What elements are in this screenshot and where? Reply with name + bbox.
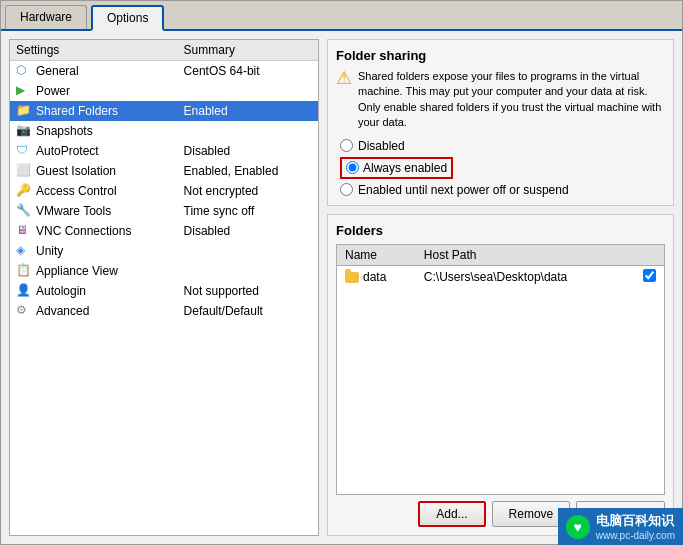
label-power: Power	[36, 84, 70, 98]
watermark-text: 电脑百科知识 www.pc-daily.com	[596, 512, 675, 541]
settings-row-general[interactable]: ⬡ General CentOS 64-bit	[10, 61, 318, 82]
label-vmware-tools: VMware Tools	[36, 204, 111, 218]
settings-row-autoprotect[interactable]: 🛡 AutoProtect Disabled	[10, 141, 318, 161]
icon-autoprotect: 🛡	[16, 143, 32, 159]
summary-vmware-tools: Time sync off	[178, 201, 318, 221]
settings-name-snapshots: 📷 Snapshots	[10, 121, 178, 141]
col-settings-header: Settings	[10, 40, 178, 61]
settings-name-power: ▶ Power	[10, 81, 178, 101]
settings-name-vnc-connections: 🖥 VNC Connections	[10, 221, 178, 241]
icon-vnc-connections: 🖥	[16, 223, 32, 239]
icon-power: ▶	[16, 83, 32, 99]
settings-table: Settings Summary ⬡ General CentOS 64-bit…	[10, 40, 318, 321]
watermark-logo: ♥	[566, 515, 590, 539]
radio-disabled[interactable]: Disabled	[340, 139, 665, 153]
watermark-url: www.pc-daily.com	[596, 530, 675, 541]
label-snapshots: Snapshots	[36, 124, 93, 138]
icon-advanced: ⚙	[16, 303, 32, 319]
settings-row-access-control[interactable]: 🔑 Access Control Not encrypted	[10, 181, 318, 201]
radio-until-input[interactable]	[340, 183, 353, 196]
settings-name-vmware-tools: 🔧 VMware Tools	[10, 201, 178, 221]
col-enabled-header	[635, 245, 664, 266]
radio-always-label: Always enabled	[363, 161, 447, 175]
tab-bar: Hardware Options	[1, 1, 682, 31]
icon-appliance-view: 📋	[16, 263, 32, 279]
radio-until-label: Enabled until next power off or suspend	[358, 183, 569, 197]
settings-row-vmware-tools[interactable]: 🔧 VMware Tools Time sync off	[10, 201, 318, 221]
folders-title: Folders	[336, 223, 665, 238]
icon-access-control: 🔑	[16, 183, 32, 199]
icon-unity: ◈	[16, 243, 32, 259]
settings-row-unity[interactable]: ◈ Unity	[10, 241, 318, 261]
settings-name-advanced: ⚙ Advanced	[10, 301, 178, 321]
icon-autologin: 👤	[16, 283, 32, 299]
summary-snapshots	[178, 121, 318, 141]
window: Hardware Options Settings Summary ⬡ Gene…	[0, 0, 683, 545]
settings-name-appliance-view: 📋 Appliance View	[10, 261, 178, 281]
watermark-bar: ♥ 电脑百科知识 www.pc-daily.com	[558, 508, 683, 545]
settings-row-snapshots[interactable]: 📷 Snapshots	[10, 121, 318, 141]
radio-until[interactable]: Enabled until next power off or suspend	[340, 183, 665, 197]
settings-row-shared-folders[interactable]: 📁 Shared Folders Enabled	[10, 101, 318, 121]
settings-name-unity: ◈ Unity	[10, 241, 178, 261]
summary-unity	[178, 241, 318, 261]
radio-always[interactable]: Always enabled	[340, 157, 665, 179]
col-name-header: Name	[337, 245, 416, 266]
folder-enabled-data[interactable]	[635, 265, 664, 288]
summary-vnc-connections: Disabled	[178, 221, 318, 241]
tab-options[interactable]: Options	[91, 5, 164, 31]
add-button[interactable]: Add...	[418, 501, 485, 527]
label-guest-isolation: Guest Isolation	[36, 164, 116, 178]
summary-access-control: Not encrypted	[178, 181, 318, 201]
radio-group: Disabled Always enabled Enabled until ne…	[340, 139, 665, 197]
folder-path-data: C:\Users\sea\Desktop\data	[416, 265, 635, 288]
folder-sharing-title: Folder sharing	[336, 48, 665, 63]
summary-advanced: Default/Default	[178, 301, 318, 321]
warning-icon: ⚠	[336, 69, 352, 87]
summary-power	[178, 81, 318, 101]
tab-hardware[interactable]: Hardware	[5, 5, 87, 29]
icon-guest-isolation: ⬜	[16, 163, 32, 179]
settings-name-access-control: 🔑 Access Control	[10, 181, 178, 201]
settings-row-appliance-view[interactable]: 📋 Appliance View	[10, 261, 318, 281]
label-advanced: Advanced	[36, 304, 89, 318]
settings-row-guest-isolation[interactable]: ⬜ Guest Isolation Enabled, Enabled	[10, 161, 318, 181]
radio-always-input[interactable]	[346, 161, 359, 174]
right-panel: Folder sharing ⚠ Shared folders expose y…	[327, 39, 674, 536]
icon-vmware-tools: 🔧	[16, 203, 32, 219]
settings-row-autologin[interactable]: 👤 Autologin Not supported	[10, 281, 318, 301]
folder-sharing-section: Folder sharing ⚠ Shared folders expose y…	[327, 39, 674, 206]
label-autoprotect: AutoProtect	[36, 144, 99, 158]
col-summary-header: Summary	[178, 40, 318, 61]
label-appliance-view: Appliance View	[36, 264, 118, 278]
label-shared-folders: Shared Folders	[36, 104, 118, 118]
warning-text: Shared folders expose your files to prog…	[358, 69, 665, 131]
folders-table-wrapper: Name Host Path data C:\Users\sea\Desktop…	[336, 244, 665, 495]
watermark-cn: 电脑百科知识	[596, 512, 675, 530]
icon-general: ⬡	[16, 63, 32, 79]
summary-appliance-view	[178, 261, 318, 281]
radio-disabled-label: Disabled	[358, 139, 405, 153]
folder-checkbox-data[interactable]	[643, 269, 656, 282]
folders-section: Folders Name Host Path data C	[327, 214, 674, 536]
folder-row-data[interactable]: data C:\Users\sea\Desktop\data	[337, 265, 664, 288]
summary-guest-isolation: Enabled, Enabled	[178, 161, 318, 181]
settings-row-vnc-connections[interactable]: 🖥 VNC Connections Disabled	[10, 221, 318, 241]
folder-icon-data	[345, 272, 359, 283]
left-panel: Settings Summary ⬡ General CentOS 64-bit…	[9, 39, 319, 536]
col-hostpath-header: Host Path	[416, 245, 635, 266]
label-access-control: Access Control	[36, 184, 117, 198]
icon-shared-folders: 📁	[16, 103, 32, 119]
radio-always-border: Always enabled	[340, 157, 453, 179]
summary-shared-folders: Enabled	[178, 101, 318, 121]
main-content: Settings Summary ⬡ General CentOS 64-bit…	[1, 31, 682, 544]
radio-disabled-input[interactable]	[340, 139, 353, 152]
settings-row-power[interactable]: ▶ Power	[10, 81, 318, 101]
label-general: General	[36, 64, 79, 78]
summary-autoprotect: Disabled	[178, 141, 318, 161]
label-unity: Unity	[36, 244, 63, 258]
settings-name-shared-folders: 📁 Shared Folders	[10, 101, 178, 121]
settings-name-general: ⬡ General	[10, 61, 178, 82]
icon-snapshots: 📷	[16, 123, 32, 139]
settings-row-advanced[interactable]: ⚙ Advanced Default/Default	[10, 301, 318, 321]
